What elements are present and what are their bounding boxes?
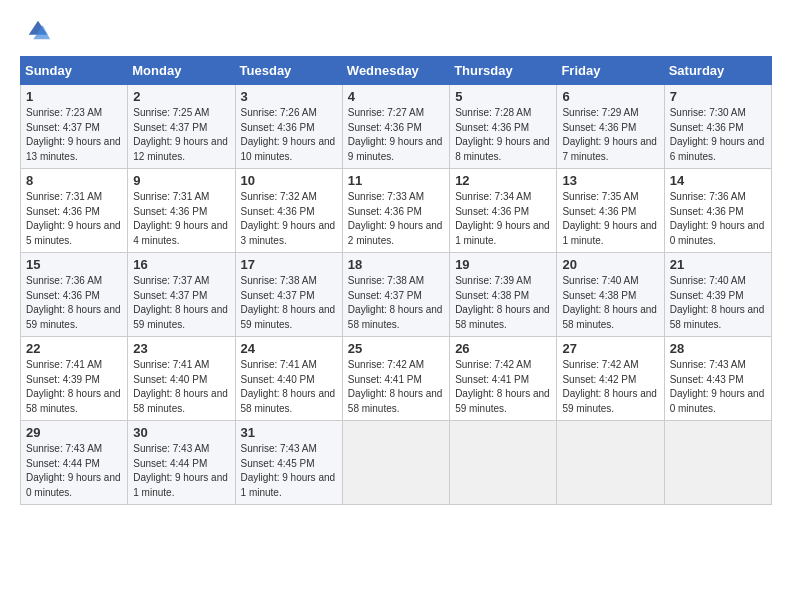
calendar-cell: 18Sunrise: 7:38 AMSunset: 4:37 PMDayligh… (342, 253, 449, 337)
week-row-4: 22Sunrise: 7:41 AMSunset: 4:39 PMDayligh… (21, 337, 772, 421)
cell-details: Sunrise: 7:39 AMSunset: 4:38 PMDaylight:… (455, 275, 550, 330)
day-number: 15 (26, 257, 123, 272)
day-number: 6 (562, 89, 659, 104)
calendar-cell: 1Sunrise: 7:23 AMSunset: 4:37 PMDaylight… (21, 85, 128, 169)
cell-details: Sunrise: 7:35 AMSunset: 4:36 PMDaylight:… (562, 191, 657, 246)
calendar-cell: 5Sunrise: 7:28 AMSunset: 4:36 PMDaylight… (450, 85, 557, 169)
cell-details: Sunrise: 7:43 AMSunset: 4:44 PMDaylight:… (26, 443, 121, 498)
day-number: 24 (241, 341, 338, 356)
cell-details: Sunrise: 7:42 AMSunset: 4:41 PMDaylight:… (348, 359, 443, 414)
calendar-cell: 6Sunrise: 7:29 AMSunset: 4:36 PMDaylight… (557, 85, 664, 169)
day-number: 27 (562, 341, 659, 356)
cell-details: Sunrise: 7:23 AMSunset: 4:37 PMDaylight:… (26, 107, 121, 162)
day-number: 25 (348, 341, 445, 356)
day-number: 12 (455, 173, 552, 188)
day-number: 28 (670, 341, 767, 356)
day-number: 7 (670, 89, 767, 104)
header-monday: Monday (128, 57, 235, 85)
calendar-cell: 11Sunrise: 7:33 AMSunset: 4:36 PMDayligh… (342, 169, 449, 253)
calendar-cell: 7Sunrise: 7:30 AMSunset: 4:36 PMDaylight… (664, 85, 771, 169)
cell-details: Sunrise: 7:37 AMSunset: 4:37 PMDaylight:… (133, 275, 228, 330)
week-row-5: 29Sunrise: 7:43 AMSunset: 4:44 PMDayligh… (21, 421, 772, 505)
day-number: 13 (562, 173, 659, 188)
cell-details: Sunrise: 7:32 AMSunset: 4:36 PMDaylight:… (241, 191, 336, 246)
day-number: 17 (241, 257, 338, 272)
calendar-cell (342, 421, 449, 505)
calendar-cell: 28Sunrise: 7:43 AMSunset: 4:43 PMDayligh… (664, 337, 771, 421)
cell-details: Sunrise: 7:42 AMSunset: 4:42 PMDaylight:… (562, 359, 657, 414)
header-tuesday: Tuesday (235, 57, 342, 85)
day-number: 26 (455, 341, 552, 356)
cell-details: Sunrise: 7:43 AMSunset: 4:45 PMDaylight:… (241, 443, 336, 498)
cell-details: Sunrise: 7:43 AMSunset: 4:44 PMDaylight:… (133, 443, 228, 498)
header-row: SundayMondayTuesdayWednesdayThursdayFrid… (21, 57, 772, 85)
day-number: 3 (241, 89, 338, 104)
day-number: 30 (133, 425, 230, 440)
calendar-cell: 25Sunrise: 7:42 AMSunset: 4:41 PMDayligh… (342, 337, 449, 421)
calendar-cell: 9Sunrise: 7:31 AMSunset: 4:36 PMDaylight… (128, 169, 235, 253)
day-number: 18 (348, 257, 445, 272)
calendar-cell: 10Sunrise: 7:32 AMSunset: 4:36 PMDayligh… (235, 169, 342, 253)
calendar-cell: 19Sunrise: 7:39 AMSunset: 4:38 PMDayligh… (450, 253, 557, 337)
week-row-1: 1Sunrise: 7:23 AMSunset: 4:37 PMDaylight… (21, 85, 772, 169)
calendar-cell: 14Sunrise: 7:36 AMSunset: 4:36 PMDayligh… (664, 169, 771, 253)
day-number: 22 (26, 341, 123, 356)
day-number: 29 (26, 425, 123, 440)
calendar-cell: 30Sunrise: 7:43 AMSunset: 4:44 PMDayligh… (128, 421, 235, 505)
day-number: 9 (133, 173, 230, 188)
cell-details: Sunrise: 7:34 AMSunset: 4:36 PMDaylight:… (455, 191, 550, 246)
calendar-cell: 2Sunrise: 7:25 AMSunset: 4:37 PMDaylight… (128, 85, 235, 169)
day-number: 8 (26, 173, 123, 188)
header-thursday: Thursday (450, 57, 557, 85)
cell-details: Sunrise: 7:38 AMSunset: 4:37 PMDaylight:… (241, 275, 336, 330)
cell-details: Sunrise: 7:43 AMSunset: 4:43 PMDaylight:… (670, 359, 765, 414)
day-number: 1 (26, 89, 123, 104)
calendar-cell: 8Sunrise: 7:31 AMSunset: 4:36 PMDaylight… (21, 169, 128, 253)
calendar-cell (450, 421, 557, 505)
day-number: 11 (348, 173, 445, 188)
day-number: 5 (455, 89, 552, 104)
logo (20, 16, 52, 44)
day-number: 19 (455, 257, 552, 272)
cell-details: Sunrise: 7:36 AMSunset: 4:36 PMDaylight:… (670, 191, 765, 246)
calendar-cell: 12Sunrise: 7:34 AMSunset: 4:36 PMDayligh… (450, 169, 557, 253)
logo-icon (24, 16, 52, 44)
day-number: 20 (562, 257, 659, 272)
day-number: 10 (241, 173, 338, 188)
calendar-cell: 16Sunrise: 7:37 AMSunset: 4:37 PMDayligh… (128, 253, 235, 337)
cell-details: Sunrise: 7:31 AMSunset: 4:36 PMDaylight:… (133, 191, 228, 246)
day-number: 21 (670, 257, 767, 272)
cell-details: Sunrise: 7:30 AMSunset: 4:36 PMDaylight:… (670, 107, 765, 162)
cell-details: Sunrise: 7:28 AMSunset: 4:36 PMDaylight:… (455, 107, 550, 162)
cell-details: Sunrise: 7:42 AMSunset: 4:41 PMDaylight:… (455, 359, 550, 414)
day-number: 16 (133, 257, 230, 272)
cell-details: Sunrise: 7:36 AMSunset: 4:36 PMDaylight:… (26, 275, 121, 330)
calendar-cell: 17Sunrise: 7:38 AMSunset: 4:37 PMDayligh… (235, 253, 342, 337)
cell-details: Sunrise: 7:31 AMSunset: 4:36 PMDaylight:… (26, 191, 121, 246)
calendar-cell: 13Sunrise: 7:35 AMSunset: 4:36 PMDayligh… (557, 169, 664, 253)
calendar-cell: 3Sunrise: 7:26 AMSunset: 4:36 PMDaylight… (235, 85, 342, 169)
calendar-cell: 20Sunrise: 7:40 AMSunset: 4:38 PMDayligh… (557, 253, 664, 337)
header-sunday: Sunday (21, 57, 128, 85)
week-row-2: 8Sunrise: 7:31 AMSunset: 4:36 PMDaylight… (21, 169, 772, 253)
cell-details: Sunrise: 7:29 AMSunset: 4:36 PMDaylight:… (562, 107, 657, 162)
cell-details: Sunrise: 7:41 AMSunset: 4:40 PMDaylight:… (133, 359, 228, 414)
day-number: 31 (241, 425, 338, 440)
cell-details: Sunrise: 7:40 AMSunset: 4:39 PMDaylight:… (670, 275, 765, 330)
day-number: 23 (133, 341, 230, 356)
calendar-cell: 4Sunrise: 7:27 AMSunset: 4:36 PMDaylight… (342, 85, 449, 169)
header-saturday: Saturday (664, 57, 771, 85)
calendar-cell: 31Sunrise: 7:43 AMSunset: 4:45 PMDayligh… (235, 421, 342, 505)
header-friday: Friday (557, 57, 664, 85)
cell-details: Sunrise: 7:25 AMSunset: 4:37 PMDaylight:… (133, 107, 228, 162)
calendar-table: SundayMondayTuesdayWednesdayThursdayFrid… (20, 56, 772, 505)
calendar-cell: 24Sunrise: 7:41 AMSunset: 4:40 PMDayligh… (235, 337, 342, 421)
calendar-cell: 21Sunrise: 7:40 AMSunset: 4:39 PMDayligh… (664, 253, 771, 337)
cell-details: Sunrise: 7:41 AMSunset: 4:40 PMDaylight:… (241, 359, 336, 414)
calendar-cell (557, 421, 664, 505)
cell-details: Sunrise: 7:33 AMSunset: 4:36 PMDaylight:… (348, 191, 443, 246)
cell-details: Sunrise: 7:27 AMSunset: 4:36 PMDaylight:… (348, 107, 443, 162)
cell-details: Sunrise: 7:40 AMSunset: 4:38 PMDaylight:… (562, 275, 657, 330)
calendar-cell: 27Sunrise: 7:42 AMSunset: 4:42 PMDayligh… (557, 337, 664, 421)
calendar-cell: 23Sunrise: 7:41 AMSunset: 4:40 PMDayligh… (128, 337, 235, 421)
